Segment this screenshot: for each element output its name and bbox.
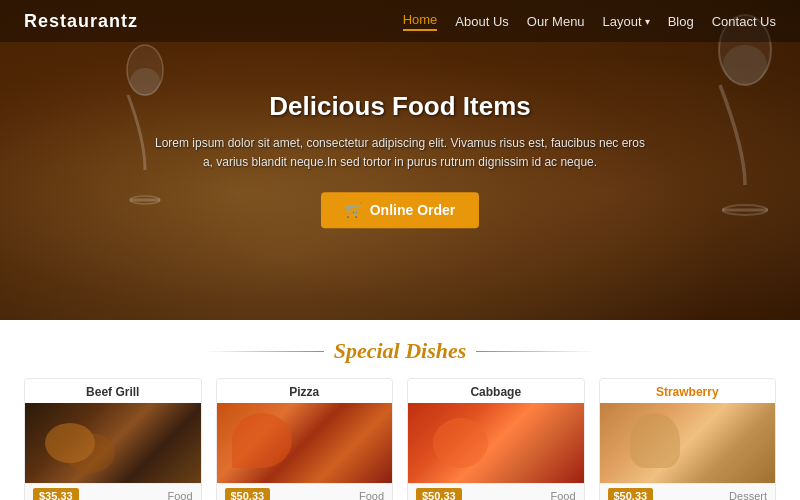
dish-title-pizza: Pizza (217, 379, 393, 403)
special-title-wrap: Special Dishes (24, 338, 776, 364)
dish-image-beef (25, 403, 201, 483)
nav-home[interactable]: Home (403, 12, 438, 31)
site-brand[interactable]: Restaurantz (24, 11, 138, 32)
dish-footer-beef: $35.33 Food (25, 483, 201, 500)
nav-about[interactable]: About Us (455, 14, 508, 29)
nav-contact[interactable]: Contact Us (712, 14, 776, 29)
left-divider (204, 351, 324, 352)
dish-title-beef: Beef Grill (25, 379, 201, 403)
dish-price-beef: $35.33 (33, 488, 79, 500)
dish-image-cabbage (408, 403, 584, 483)
online-order-label: Online Order (370, 203, 456, 219)
nav-links: Home About Us Our Menu Layout Blog Conta… (403, 12, 776, 31)
nav-layout[interactable]: Layout (603, 14, 650, 29)
hero-description: Lorem ipsum dolor sit amet, consectetur … (150, 134, 650, 172)
dish-category-beef: Food (167, 490, 192, 500)
dishes-grid: Beef Grill $35.33 Food Pizza $50.33 Food… (24, 378, 776, 500)
nav-blog[interactable]: Blog (668, 14, 694, 29)
dish-category-pizza: Food (359, 490, 384, 500)
cart-icon: 🛒 (345, 203, 362, 219)
dish-category-cabbage: Food (550, 490, 575, 500)
hero-title: Delicious Food Items (150, 91, 650, 122)
dish-price-strawberry: $50.33 (608, 488, 654, 500)
special-dishes-title: Special Dishes (334, 338, 467, 364)
special-dishes-section: Special Dishes Beef Grill $35.33 Food Pi… (0, 320, 800, 500)
dish-footer-cabbage: $50.33 Food (408, 483, 584, 500)
right-divider (476, 351, 596, 352)
dish-card-beef[interactable]: Beef Grill $35.33 Food (24, 378, 202, 500)
dish-image-strawberry (600, 403, 776, 483)
hero-content: Delicious Food Items Lorem ipsum dolor s… (150, 91, 650, 228)
nav-menu[interactable]: Our Menu (527, 14, 585, 29)
dish-image-pizza (217, 403, 393, 483)
svg-point-7 (723, 45, 767, 85)
dish-category-strawberry: Dessert (729, 490, 767, 500)
dish-title-cabbage: Cabbage (408, 379, 584, 403)
dish-card-strawberry[interactable]: Strawberry $50.33 Dessert (599, 378, 777, 500)
dish-price-pizza: $50.33 (225, 488, 271, 500)
navbar: Restaurantz Home About Us Our Menu Layou… (0, 0, 800, 42)
dish-card-cabbage[interactable]: Cabbage $50.33 Food (407, 378, 585, 500)
hero-section: Delicious Food Items Lorem ipsum dolor s… (0, 0, 800, 320)
wine-glass-right-icon (710, 10, 780, 240)
dish-footer-strawberry: $50.33 Dessert (600, 483, 776, 500)
dish-price-cabbage: $50.33 (416, 488, 462, 500)
online-order-button[interactable]: 🛒 Online Order (321, 193, 480, 229)
dish-footer-pizza: $50.33 Food (217, 483, 393, 500)
dish-card-pizza[interactable]: Pizza $50.33 Food (216, 378, 394, 500)
dish-title-strawberry: Strawberry (600, 379, 776, 403)
